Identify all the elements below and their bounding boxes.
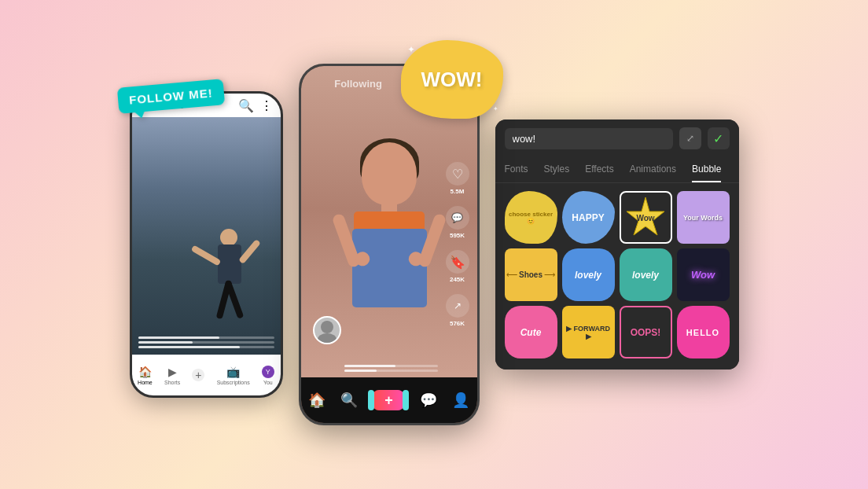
sticker-hello[interactable]: HELLO xyxy=(677,306,730,358)
you-label: You xyxy=(263,380,273,385)
sticker-label-12: HELLO xyxy=(685,326,721,339)
sticker-lovely-blue[interactable]: lovely xyxy=(562,248,615,301)
phone1-device: ▶ YouTube 🔍 ⋮ xyxy=(130,91,283,398)
progress-bars xyxy=(138,336,274,348)
sticker-label-9: Cute xyxy=(519,325,543,340)
wow-bubble: WOW! xyxy=(401,40,503,119)
progress-bar-1 xyxy=(138,336,274,339)
bookmark-icon: 🔖 xyxy=(446,250,469,274)
phone1-video-area xyxy=(132,117,281,355)
svg-point-0 xyxy=(321,321,333,333)
confirm-button[interactable]: ✓ xyxy=(708,127,730,149)
nav-home[interactable]: 🏠 Home xyxy=(138,366,153,385)
subscriptions-label: Subscriptions xyxy=(217,380,250,385)
phone2-pb-inner-2 xyxy=(344,370,377,372)
like-count: 5.5M xyxy=(451,188,465,195)
phone2-sidebar: ♡ 5.5M 💬 595K 🔖 245K ↗ 576K xyxy=(446,162,469,327)
home-icon: 🏠 xyxy=(138,366,151,378)
sticker-cute[interactable]: Cute xyxy=(505,306,557,358)
editor-panel: ⤢ ✓ Fonts Styles Effects Animations Bubb… xyxy=(495,119,739,370)
sticker-wow-burst[interactable]: Wow xyxy=(620,191,672,244)
progress-inner-3 xyxy=(138,346,241,348)
shorts-label: Shorts xyxy=(164,380,180,385)
shorts-icon: ▶ xyxy=(166,366,178,378)
svg-text:Wow: Wow xyxy=(636,214,654,222)
share-count: 576K xyxy=(450,320,465,327)
more-icon[interactable]: ⋮ xyxy=(260,98,273,113)
like-icon: ♡ xyxy=(446,162,469,186)
tab-fonts[interactable]: Fonts xyxy=(505,157,528,182)
comment-action[interactable]: 💬 595K xyxy=(446,206,469,239)
sticker-label-4: Your Words xyxy=(682,212,724,223)
wow-bubble-text: WOW! xyxy=(421,68,483,92)
sticker-grid: choose sticker 😊 HAPPY Wow Your Words ⟵ … xyxy=(495,183,739,370)
comment-count: 595K xyxy=(450,232,465,239)
text-input[interactable] xyxy=(505,128,673,149)
tt-nav-profile[interactable]: 👤 xyxy=(452,392,469,409)
editor-tabs: Fonts Styles Effects Animations Bubble xyxy=(495,157,739,183)
sticker-label-7: lovely xyxy=(631,268,660,282)
tab-following[interactable]: Following xyxy=(334,78,382,90)
tab-bubble[interactable]: Bubble xyxy=(692,157,721,182)
tab-styles[interactable]: Styles xyxy=(544,157,570,182)
nav-create[interactable]: + xyxy=(192,369,204,383)
dancer-body xyxy=(218,244,241,284)
dancer-head xyxy=(220,229,237,246)
sticker-label-11: OOPS! xyxy=(629,325,663,340)
nav-shorts[interactable]: ▶ Shorts xyxy=(164,366,180,385)
share-icon: ↗ xyxy=(446,294,469,318)
phone2-pb-inner-1 xyxy=(344,365,395,367)
sticker-wow-dark[interactable]: Wow xyxy=(677,248,730,301)
progress-inner-1 xyxy=(138,336,220,339)
nav-you[interactable]: Y You xyxy=(262,366,274,385)
phone1-screen: ▶ YouTube 🔍 ⋮ xyxy=(132,94,281,395)
create-icon: + xyxy=(192,369,204,381)
woman-figure xyxy=(326,142,452,378)
shoes-content: ⟵ Shoes ⟶ xyxy=(506,270,555,279)
dancer-arm-left xyxy=(190,245,221,267)
bookmark-action[interactable]: 🔖 245K xyxy=(446,250,469,283)
dancer-arm-right xyxy=(238,239,261,264)
sticker-label-1: choose sticker 😊 xyxy=(505,209,557,226)
sticker-label-8: Wow xyxy=(690,267,716,282)
sticker-forward[interactable]: ▶ FORWARD ▶ xyxy=(562,306,615,358)
svg-point-1 xyxy=(318,333,337,343)
home-label: Home xyxy=(138,380,153,385)
search-icon[interactable]: 🔍 xyxy=(238,98,254,113)
editor-topbar: ⤢ ✓ xyxy=(495,119,739,157)
video-user-avatar[interactable] xyxy=(313,316,341,344)
sticker-shoes[interactable]: ⟵ Shoes ⟶ xyxy=(505,248,557,301)
phone2-progress-bars xyxy=(344,365,438,372)
phone1-wrapper: FOLLOW ME! ▶ YouTube 🔍 ⋮ xyxy=(130,91,283,398)
sticker-lovely-teal[interactable]: lovely xyxy=(620,248,672,301)
like-action[interactable]: ♡ 5.5M xyxy=(446,162,469,195)
comment-icon: 💬 xyxy=(446,206,469,230)
progress-bar-3 xyxy=(138,346,274,348)
phone2-pb-2 xyxy=(344,370,438,372)
phone1-navbar: 🏠 Home ▶ Shorts + 📺 Subscriptions Y xyxy=(132,355,281,395)
sticker-happy[interactable]: HAPPY xyxy=(562,191,615,244)
sticker-your-words[interactable]: Your Words xyxy=(677,191,730,244)
nav-subscriptions[interactable]: 📺 Subscriptions xyxy=(217,366,250,385)
tt-nav-messages[interactable]: 💬 xyxy=(420,392,437,409)
starburst-svg: Wow xyxy=(623,196,668,240)
phone2-pb-1 xyxy=(344,365,438,367)
sticker-label-6: lovely xyxy=(573,268,603,282)
share-action[interactable]: ↗ 576K xyxy=(446,294,469,327)
sticker-label-2: HAPPY xyxy=(570,211,605,225)
tab-effects[interactable]: Effects xyxy=(585,157,613,182)
expand-button[interactable]: ⤢ xyxy=(679,127,701,149)
woman-overalls xyxy=(352,229,427,307)
dancer-figure xyxy=(194,229,257,339)
sticker-oops[interactable]: OOPS! xyxy=(620,306,672,358)
tt-nav-create[interactable]: + xyxy=(373,390,404,410)
bookmark-count: 245K xyxy=(450,276,465,283)
phone2-wrapper: WOW! Following For You xyxy=(299,64,480,425)
sticker-yellow-cloud[interactable]: choose sticker 😊 xyxy=(505,191,557,244)
progress-inner-2 xyxy=(138,341,193,344)
tab-animations[interactable]: Animations xyxy=(630,157,676,182)
sticker-label-10: ▶ FORWARD ▶ xyxy=(562,323,615,342)
tt-nav-home[interactable]: 🏠 xyxy=(308,392,326,409)
woman-head xyxy=(362,142,417,205)
tt-nav-search[interactable]: 🔍 xyxy=(340,392,358,409)
